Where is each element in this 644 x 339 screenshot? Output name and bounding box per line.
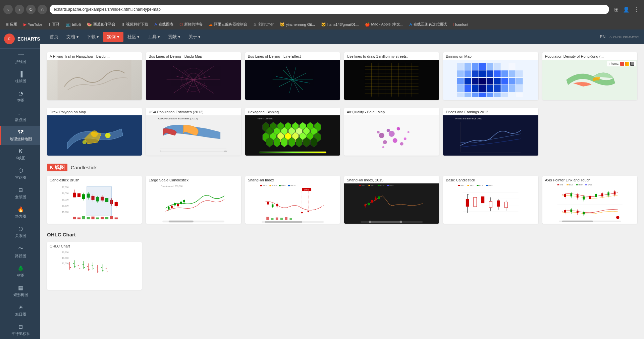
bookmark-apple[interactable]: 🍎 Mac - Apple (中文...: [362, 21, 406, 28]
sidebar-item-radar[interactable]: ⬡ 雷达图: [0, 164, 40, 183]
sidebar-item-tree[interactable]: 🌲 树图: [0, 262, 40, 281]
chart-hex-bin-title: Hexagonal Binning: [245, 108, 340, 115]
sidebar-item-sunburst[interactable]: ☀ 旭日图: [0, 301, 40, 320]
svg-point-118: [382, 146, 384, 148]
translate-icon: T: [48, 22, 51, 27]
bookmark-translate[interactable]: T 百译: [46, 21, 62, 28]
url-text: echarts.apache.org/examples/zh/index.htm…: [54, 7, 161, 12]
nav-contribute[interactable]: 贡献 ▾: [164, 32, 184, 42]
sidebar-item-boxplot[interactable]: ⊟ 盒须图: [0, 183, 40, 203]
chart-candle-basic[interactable]: Basic Candlestick MA5 MA10 MA20: [443, 176, 538, 224]
chart-bus-baidu[interactable]: Bus Lines of Beijing - Baidu Map: [146, 52, 241, 100]
chart-bus-line[interactable]: Bus Lines of Beijing - Line Effect: [245, 52, 340, 100]
chart-usa-pop[interactable]: USA Population Estimates (2012) USA Popu…: [146, 108, 241, 156]
chart-candle-shanghai[interactable]: ShangHai Index MA5 MA10 MA20: [245, 176, 340, 224]
svg-text:MA20: MA20: [578, 184, 582, 186]
svg-rect-170: [183, 200, 185, 202]
svg-rect-34: [487, 70, 493, 77]
sidebar-item-line[interactable]: 〰 折线图: [0, 49, 40, 68]
nav-tools[interactable]: 工具 ▾: [144, 32, 164, 42]
svg-rect-168: [180, 202, 182, 204]
bookmark-git1[interactable]: 🐱 yinzhenrong Git...: [277, 21, 318, 28]
sidebar-item-bar[interactable]: ▐ 柱状图: [0, 68, 40, 87]
chart-candle-brush[interactable]: Candlestick Brush 17,000 16,500 16,000 1…: [47, 176, 142, 224]
extensions-button[interactable]: ⊞: [612, 5, 621, 14]
sidebar-item-scatter[interactable]: ⋰ 散点图: [0, 106, 40, 126]
bookmark-blog[interactable]: ⬡ 新鲜的博客: [177, 21, 205, 28]
nav-download[interactable]: 下载 ▾: [83, 32, 103, 42]
svg-text:MA5: MA5: [362, 185, 365, 186]
svg-text:17,000: 17,000: [62, 262, 69, 265]
chart-hiking[interactable]: A Hiking Trail in Hangzhou - Baidu ...: [47, 52, 142, 100]
nav-docs[interactable]: 文档 ▾: [62, 32, 83, 42]
sidebar-item-treemap[interactable]: ▦ 矩形树图: [0, 281, 40, 301]
sidebar-item-heatmap[interactable]: 🔥 热力图: [0, 203, 40, 222]
nav-examples[interactable]: 实例 ▾: [103, 32, 123, 42]
sidebar-item-pie[interactable]: ◔ 饼图: [0, 87, 40, 106]
svg-text:MA30: MA30: [588, 184, 592, 186]
lines-chart-icon: 〜: [18, 245, 23, 252]
sidebar-item-graph[interactable]: ⬡ 关系图: [0, 222, 40, 242]
chart-ohlc[interactable]: OHLC Chart 19,200 18,000 17,000: [47, 242, 142, 290]
svg-rect-212: [368, 203, 370, 205]
svg-rect-267: [595, 194, 597, 197]
youtube-icon: ▶: [23, 22, 26, 27]
svg-point-67: [105, 133, 111, 138]
svg-rect-51: [479, 85, 486, 92]
chart-candle-shanghai2015-preview: MA5 MA10 MA20 MA30: [344, 183, 439, 224]
theme-red[interactable]: [620, 62, 624, 66]
nav-about[interactable]: 关于 ▾: [184, 32, 205, 42]
bookmark-git2[interactable]: 🐱 haha143/gmail01...: [318, 21, 362, 28]
chart-prices-earnings[interactable]: Prices and Earnings 2012 Prices and Earn…: [443, 108, 538, 156]
chart-million[interactable]: Use lines to draw 1 million ny streets.: [344, 52, 439, 100]
bookmark-regex[interactable]: A 在线正则表达式测试: [407, 21, 449, 28]
chart-candle-shanghai2015[interactable]: ShangHai Index, 2015 MA5 MA10 MA20: [344, 176, 439, 224]
theme-dark[interactable]: [630, 62, 634, 66]
chart-air-quality-preview: [344, 115, 439, 156]
sidebar-item-lines[interactable]: 〜 路径图: [0, 242, 40, 262]
bookmark-sword[interactable]: ⚔ 剑指Offer: [251, 21, 276, 28]
sidebar-item-geo[interactable]: 🗺 地理坐标地图: [0, 126, 40, 145]
svg-rect-107: [259, 152, 326, 153]
home-button[interactable]: ⌂: [38, 5, 47, 14]
svg-rect-195: [276, 218, 278, 220]
chart-hongkong[interactable]: Population Density of HongKong (... Them…: [542, 52, 637, 100]
svg-text:Kaohli Leonard: Kaohli Leonard: [257, 117, 273, 120]
forward-button[interactable]: ›: [15, 5, 24, 14]
nav-home[interactable]: 首页: [46, 32, 62, 42]
chart-polygon[interactable]: Draw Polygon on Map: [47, 108, 142, 156]
profile-button[interactable]: 👤: [622, 5, 631, 14]
chart-candle-axis[interactable]: Axis Pointer Link and Touch MA5 MA10 MA2…: [542, 176, 637, 224]
back-button[interactable]: ‹: [3, 5, 13, 14]
chart-binning[interactable]: Binning on Map: [443, 52, 538, 100]
chart-polygon-title: Draw Polygon on Map: [47, 108, 142, 115]
git2-icon: 🐱: [321, 22, 326, 27]
chart-candle-large[interactable]: Large Scale Candlestick Dare Amount: 200…: [146, 176, 241, 224]
sidebar-item-parallel[interactable]: ⊟ 平行坐标系: [0, 320, 40, 339]
menu-button[interactable]: ⋮: [632, 5, 641, 14]
bookmark-video-parse[interactable]: ⬇ 视频解析下载: [119, 21, 151, 28]
chart-prices-earnings-title: Prices and Earnings 2012: [443, 108, 538, 115]
bookmark-youtube[interactable]: ▶ YouTube: [21, 21, 45, 28]
bookmark-iconfont[interactable]: I Iconfont: [450, 21, 471, 28]
svg-text:15,000: 15,000: [62, 211, 69, 213]
svg-rect-32: [472, 70, 479, 77]
bookmark-chart[interactable]: A 在线图表: [152, 21, 176, 28]
chart-air-quality[interactable]: Air Quality - Baidu Map: [344, 108, 439, 156]
nav-community[interactable]: 社区 ▾: [123, 32, 144, 42]
theme-orange[interactable]: [625, 62, 629, 66]
bookmark-bilibili[interactable]: 📺 bilibili: [63, 21, 84, 28]
bookmark-aliyun[interactable]: ☁ 阿里云服务器控制台: [206, 21, 250, 28]
svg-rect-152: [91, 217, 94, 219]
lang-button[interactable]: EN: [600, 35, 606, 39]
bookmark-xigua[interactable]: 🍉 西瓜创作平台: [84, 21, 118, 28]
bookmark-apps[interactable]: ⊞ 应用: [3, 21, 20, 28]
address-bar[interactable]: echarts.apache.org/examples/zh/index.htm…: [50, 5, 609, 14]
chart-hex-bin[interactable]: Hexagonal Binning Kaohli Leonard: [245, 108, 340, 156]
sidebar-item-kline[interactable]: K K线图: [0, 145, 40, 164]
content-wrapper[interactable]: A Hiking Trail in Hangzhou - Baidu ... B…: [40, 44, 644, 339]
reload-button[interactable]: ↻: [26, 5, 36, 14]
logo-icon: E: [4, 34, 15, 44]
content-inner: A Hiking Trail in Hangzhou - Baidu ... B…: [40, 44, 644, 303]
svg-rect-276: [564, 210, 566, 212]
